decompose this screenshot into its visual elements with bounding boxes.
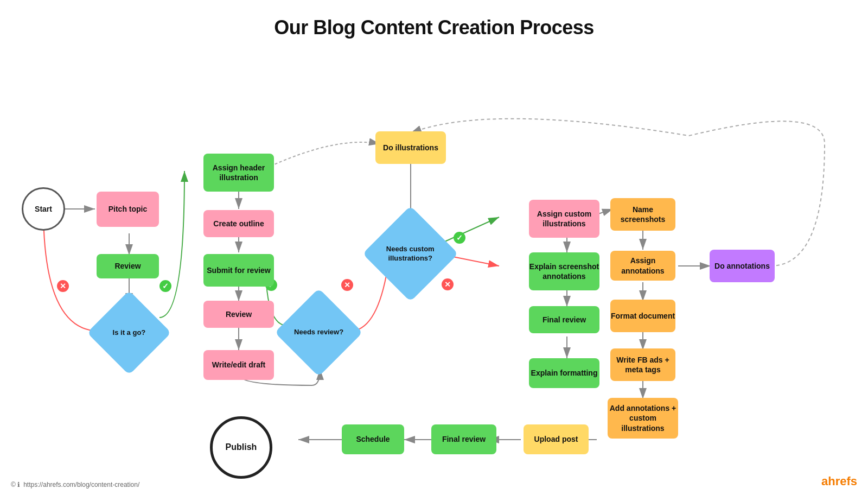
write-fb-node: Write FB ads + meta tags bbox=[610, 348, 675, 381]
start-node: Start bbox=[22, 187, 65, 231]
final-review2-node: Final review bbox=[431, 424, 496, 454]
format-doc-node: Format document bbox=[610, 300, 675, 332]
svg-point-31 bbox=[442, 278, 454, 290]
copyright-icon: © ℹ bbox=[11, 481, 20, 488]
brand-text: ahrefs bbox=[821, 474, 857, 488]
svg-point-37 bbox=[454, 232, 465, 244]
needs-custom-node: Needs custom illustrations? bbox=[362, 206, 458, 302]
do-illustrations-node: Do illustrations bbox=[375, 131, 446, 164]
svg-line-12 bbox=[445, 217, 499, 242]
svg-text:✕: ✕ bbox=[444, 280, 451, 289]
svg-point-29 bbox=[341, 279, 353, 291]
svg-text:✓: ✓ bbox=[456, 233, 463, 242]
do-annotations-node: Do annotations bbox=[710, 250, 775, 282]
assign-custom-node: Assign custom illustrations bbox=[529, 200, 599, 238]
write-edit-node: Write/edit draft bbox=[203, 350, 274, 380]
footer-left: © ℹ https://ahrefs.com/blog/content-crea… bbox=[11, 481, 139, 488]
page-title: Our Blog Content Creation Process bbox=[0, 0, 868, 39]
svg-point-27 bbox=[57, 280, 69, 292]
assign-annotations-node: Assign annotations bbox=[610, 251, 675, 281]
upload-post-node: Upload post bbox=[524, 424, 589, 454]
explain-formatting-node: Explain formatting bbox=[529, 358, 599, 388]
schedule-node: Schedule bbox=[342, 424, 404, 454]
footer-brand: ahrefs bbox=[821, 474, 857, 488]
needs-review-node: Needs review? bbox=[275, 288, 363, 377]
submit-review-node: Submit for review bbox=[203, 254, 274, 287]
add-annotations-node: Add annotations + custom illustrations bbox=[608, 398, 678, 439]
svg-text:✕: ✕ bbox=[60, 282, 66, 290]
svg-text:✕: ✕ bbox=[344, 281, 350, 289]
review1-node: Review bbox=[97, 254, 159, 278]
review2-node: Review bbox=[203, 301, 274, 328]
svg-point-33 bbox=[159, 280, 171, 292]
name-screenshots-node: Name screenshots bbox=[610, 198, 675, 231]
create-outline-node: Create outline bbox=[203, 210, 274, 237]
publish-node: Publish bbox=[210, 416, 272, 479]
is-it-go-node: Is it a go? bbox=[87, 290, 171, 375]
svg-text:✓: ✓ bbox=[162, 282, 169, 290]
footer-url: https://ahrefs.com/blog/content-creation… bbox=[23, 481, 139, 488]
explain-screenshot-node: Explain screenshot annotations bbox=[529, 252, 599, 290]
pitch-topic-node: Pitch topic bbox=[97, 192, 159, 227]
assign-header-node: Assign header illustration bbox=[203, 154, 274, 192]
final-review1-node: Final review bbox=[529, 306, 599, 333]
